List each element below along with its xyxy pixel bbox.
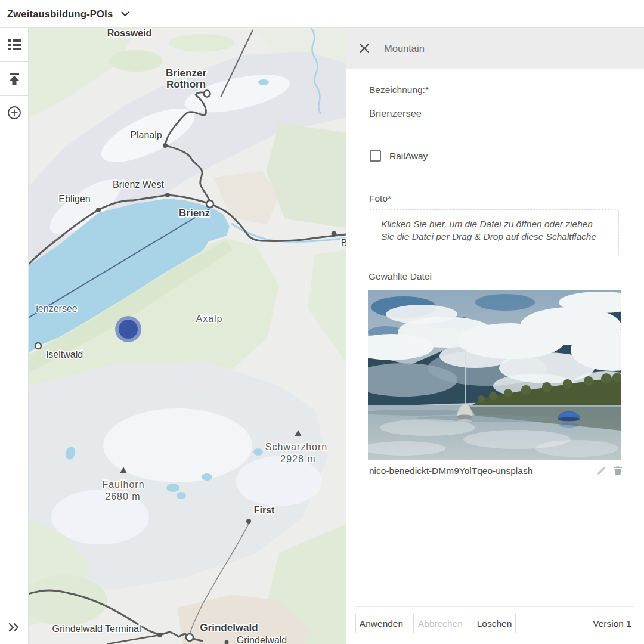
apply-button[interactable]: Anwenden (355, 614, 407, 633)
delete-button[interactable]: Löschen (473, 614, 516, 633)
version-button[interactable]: Version 1 (590, 614, 634, 633)
station-brienz (206, 200, 213, 208)
chevron-down-icon[interactable] (121, 11, 129, 17)
foto-label: Foto* (369, 193, 391, 204)
station-east (332, 231, 337, 237)
selected-file-label: Gewählte Datei (369, 271, 432, 282)
expand-button[interactable] (0, 615, 28, 639)
list-button[interactable] (0, 28, 28, 61)
add-button[interactable] (0, 96, 28, 129)
photo-preview (368, 290, 621, 460)
file-name: nico-benedickt-DMm9YolTqeo-unsplash (369, 466, 532, 476)
station-planalp (163, 143, 168, 148)
railaway-checkbox[interactable] (370, 150, 381, 162)
map-label: Grindelwald (237, 635, 287, 644)
map-label: Planalp (130, 130, 162, 140)
map-label: Rossweid (107, 28, 152, 38)
map-label: Ebligen (58, 194, 90, 204)
railaway-label: RailAway (389, 151, 428, 162)
map-label: ienzersee (36, 304, 77, 314)
station-grindelwald-terminal (157, 633, 162, 637)
map-label: Schwarzhorn (265, 442, 327, 452)
map-label: Brienz (179, 208, 210, 219)
map-label: Faulhorn (102, 479, 144, 490)
add-circle-icon (7, 106, 21, 120)
panel-title: Mountain (384, 43, 425, 54)
map-canvas[interactable]: Rossweid Brienzer Rothorn Planalp Brienz… (29, 28, 346, 644)
edit-icon[interactable] (597, 466, 606, 478)
station-iseltwald (35, 343, 41, 349)
top-bar: Zweitausbildung-POIs (0, 0, 644, 28)
bezeichnung-input[interactable] (369, 103, 622, 125)
workspace-title[interactable]: Zweitausbildung-POIs (7, 8, 113, 20)
cancel-button[interactable]: Abbrechen (413, 614, 467, 633)
detail-panel: Mountain Bezeichnung:* RailAway Foto* Kl… (346, 28, 644, 644)
map-label: 2928 m (280, 454, 315, 464)
map-label: Grindelwald Terminal (52, 624, 141, 634)
map-label: Brienz West (113, 179, 165, 190)
poi-marker[interactable] (115, 316, 141, 342)
upload-button[interactable] (0, 62, 28, 95)
map-label: Iseltwald (46, 349, 83, 360)
upload-icon (8, 73, 21, 85)
map-label: B (341, 238, 346, 248)
station-first (246, 519, 251, 524)
file-dropzone[interactable]: Klicken Sie hier, um die Datei zu öffnen… (369, 209, 619, 256)
station-brienz-west (165, 193, 170, 197)
app-window: Zweitausbildung-POIs (0, 0, 644, 644)
collapse-icon (8, 623, 20, 632)
divider (356, 606, 634, 607)
station-ebligen (96, 208, 101, 212)
list-icon (8, 39, 21, 50)
file-row: nico-benedickt-DMm9YolTqeo-unsplash (369, 466, 622, 478)
delete-icon[interactable] (614, 466, 622, 478)
close-icon[interactable] (359, 43, 370, 54)
dropzone-text: Klicken Sie hier, um die Datei zu öffnen… (381, 218, 606, 243)
station-brienzer-rothorn (204, 91, 210, 97)
map-label: First (254, 505, 275, 515)
map-label: Brienzer (166, 67, 206, 79)
map-label: Grindelwald (200, 622, 258, 633)
panel-header: Mountain (346, 28, 644, 69)
map-label: Rothorn (166, 79, 206, 90)
railaway-row: RailAway (370, 150, 428, 162)
left-toolbar (0, 28, 29, 644)
station-grindelwald (186, 634, 193, 641)
map-label: Axalp (196, 314, 222, 324)
bezeichnung-label: Bezeichnung:* (369, 85, 429, 95)
map-label: 2680 m (105, 491, 140, 501)
